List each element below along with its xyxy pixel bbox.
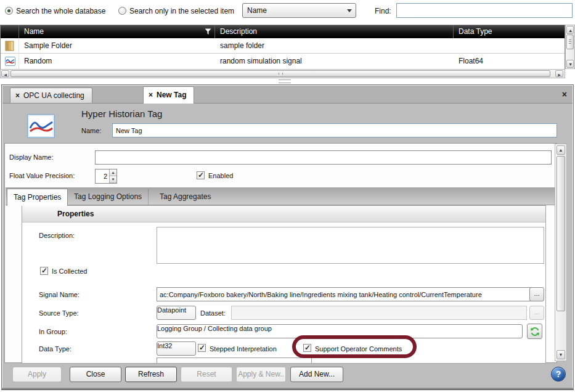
- search-field-dropdown[interactable]: Name: [242, 3, 356, 18]
- support-operator-comments-label: Support Operator Comments: [315, 345, 402, 353]
- dataset-input: [231, 306, 527, 320]
- apply-button: Apply: [12, 367, 62, 382]
- tab-opc-ua-collecting[interactable]: ×OPC UA collecting: [10, 88, 92, 103]
- tag-name-input[interactable]: [112, 123, 557, 137]
- close-panel-icon[interactable]: ×: [562, 89, 567, 99]
- data-type-value: Int32: [157, 342, 172, 349]
- in-group-label: In Group:: [39, 328, 67, 335]
- close-tab-icon[interactable]: ×: [15, 88, 20, 103]
- precision-value: 2: [96, 169, 108, 183]
- splitter-handle[interactable]: [279, 80, 291, 83]
- scroll-up-arrow-icon[interactable]: ▲: [557, 145, 565, 155]
- panel-bottom-edge: [1, 388, 574, 390]
- radio-whole-database-label: Search the whole database: [16, 7, 105, 15]
- is-collected-checkbox[interactable]: [40, 267, 48, 275]
- document-tab-bar: ×OPC UA collecting ×New Tag ×: [2, 86, 573, 104]
- refresh-group-button[interactable]: [527, 324, 542, 339]
- in-group-value: Logging Group / Collecting data group: [157, 325, 272, 332]
- tab-label: OPC UA collecting: [23, 91, 84, 100]
- apply-and-new-button: Apply & New..: [236, 367, 286, 382]
- filter-funnel-icon[interactable]: [205, 28, 211, 35]
- editor-title: Hyper Historian Tag: [81, 108, 162, 119]
- form-scroll-thumb[interactable]: [557, 156, 565, 311]
- radio-selected-item-label: Search only in the selected item: [129, 7, 234, 15]
- group-title: Properties: [57, 210, 94, 218]
- tag-type-icon: [27, 114, 55, 138]
- tab-tag-logging-options[interactable]: Tag Logging Options: [68, 189, 149, 205]
- tab-tag-properties[interactable]: Tag Properties: [7, 189, 68, 206]
- help-icon[interactable]: ?: [551, 367, 566, 382]
- form-area: Display Name: Float Value Precision: 2 ▲…: [4, 143, 557, 363]
- scroll-up-arrow-icon[interactable]: ▲: [566, 26, 574, 34]
- table-header: Name Description Data Type: [1, 25, 565, 38]
- refresh-button[interactable]: Refresh: [125, 367, 177, 382]
- display-name-label: Display Name:: [9, 153, 54, 161]
- group-header: Properties: [22, 206, 545, 223]
- row-icon-cell: [1, 54, 19, 69]
- row-name: Random: [19, 54, 215, 69]
- datatype-column-header[interactable]: Data Type: [454, 25, 566, 38]
- source-type-value: Datapoint: [157, 306, 186, 314]
- results-table: Name Description Data Type Sample Folder…: [0, 25, 565, 69]
- table-scroll-thumb[interactable]: [566, 35, 574, 49]
- add-new-button[interactable]: Add New...: [290, 367, 343, 382]
- source-type-label: Source Type:: [39, 309, 79, 317]
- partially-scrolled-control: [157, 357, 312, 364]
- table-horizontal-scrollbar[interactable]: ◄ ►: [0, 69, 565, 78]
- name-label: Name:: [81, 127, 101, 134]
- description-textarea[interactable]: [157, 227, 544, 264]
- editor-panel: ×OPC UA collecting ×New Tag × Hyper Hist…: [1, 84, 574, 390]
- close-button[interactable]: Close: [70, 367, 121, 382]
- radio-search-whole-database[interactable]: [5, 7, 13, 15]
- signal-name-input[interactable]: [157, 287, 532, 301]
- search-field-value: Name: [247, 6, 267, 15]
- display-name-input[interactable]: [95, 150, 552, 165]
- row-datatype: [454, 38, 566, 54]
- table-vertical-scrollbar[interactable]: ▲ ▼: [565, 25, 575, 69]
- scroll-down-arrow-icon[interactable]: ▼: [566, 60, 574, 68]
- row-description: random simulation signal: [215, 54, 454, 69]
- tab-new-tag[interactable]: ×New Tag: [143, 86, 194, 104]
- support-operator-comments-checkbox[interactable]: [303, 344, 311, 352]
- in-group-dropdown[interactable]: Logging Group / Collecting data group: [157, 324, 523, 338]
- data-type-dropdown[interactable]: Int32: [157, 341, 196, 356]
- app-window: Search the whole database Search only in…: [0, 0, 575, 392]
- signal-browse-button[interactable]: ...: [529, 287, 544, 301]
- table-row[interactable]: Random random simulation signal Float64: [1, 54, 565, 69]
- scroll-down-arrow-icon[interactable]: ▼: [557, 350, 565, 359]
- source-type-dropdown[interactable]: Datapoint: [157, 306, 196, 320]
- radio-search-selected-item[interactable]: [118, 7, 126, 15]
- stepper-down-icon[interactable]: ▼: [110, 176, 116, 183]
- stepped-interpretation-checkbox[interactable]: [198, 344, 206, 352]
- table-row[interactable]: Sample Folder sample folder: [1, 38, 565, 54]
- reset-button: Reset: [181, 367, 232, 382]
- is-collected-label: Is Collected: [52, 267, 87, 275]
- property-tab-strip: Tag Properties Tag Logging Options Tag A…: [6, 187, 557, 205]
- refresh-icon: [529, 326, 540, 337]
- name-column-header[interactable]: Name: [19, 25, 215, 38]
- description-column-header[interactable]: Description: [215, 25, 454, 38]
- form-vertical-scrollbar[interactable]: ▲ ▼: [555, 144, 567, 361]
- find-input[interactable]: [396, 3, 573, 18]
- chevron-down-icon: [347, 9, 352, 12]
- close-tab-icon[interactable]: ×: [149, 87, 153, 104]
- scroll-right-arrow-icon[interactable]: ►: [555, 70, 563, 77]
- scroll-left-arrow-icon[interactable]: ◄: [1, 70, 9, 77]
- enabled-checkbox[interactable]: [197, 171, 205, 179]
- tab-label: New Tag: [157, 91, 186, 99]
- icon-column-header[interactable]: [1, 25, 19, 38]
- row-icon-cell: [1, 38, 19, 54]
- dataset-browse-button: ...: [529, 306, 544, 320]
- table-hscroll-thumb[interactable]: [10, 70, 550, 77]
- stepper-arrows[interactable]: ▲ ▼: [109, 169, 116, 183]
- find-label: Find:: [375, 7, 391, 15]
- row-datatype: Float64: [454, 54, 566, 69]
- dataset-label: Dataset:: [200, 309, 226, 317]
- stepper-up-icon[interactable]: ▲: [110, 169, 116, 176]
- stepped-interpretation-label: Stepped Interpretation: [210, 345, 277, 353]
- tab-tag-aggregates[interactable]: Tag Aggregates: [153, 189, 217, 205]
- precision-stepper[interactable]: 2 ▲ ▼: [95, 169, 117, 184]
- enabled-label: Enabled: [208, 172, 233, 179]
- data-type-label: Data Type:: [39, 345, 71, 353]
- row-name: Sample Folder: [19, 38, 215, 54]
